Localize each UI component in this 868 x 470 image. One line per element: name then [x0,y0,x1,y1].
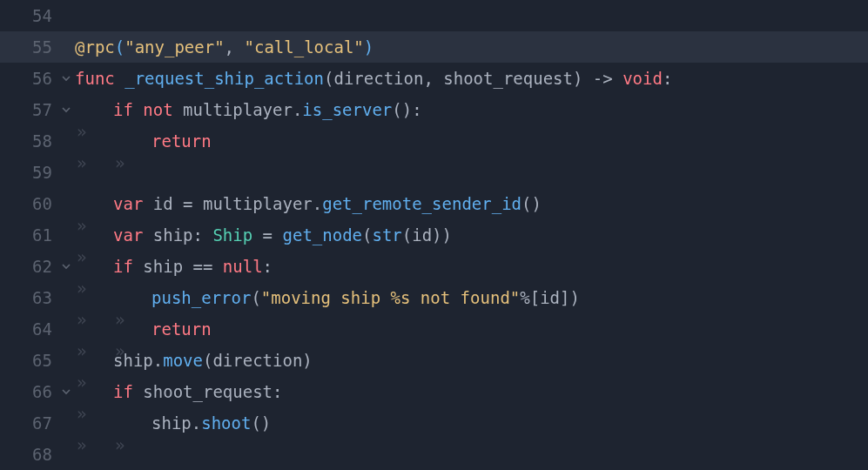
code-token: = [252,225,282,245]
code-line[interactable]: 61var ship: Ship = get_node(str(id)) [0,219,868,251]
code-token: _request_ship_action [124,69,324,88]
code-content[interactable]: if not multiplayer.is_server(): [75,94,422,125]
code-content[interactable]: func _request_ship_action(direction, sho… [75,63,672,94]
code-content[interactable]: if ship == null: [75,251,273,282]
code-content[interactable]: @rpc("any_peer", "call_local") [75,31,373,63]
line-number[interactable]: 56 [0,63,57,94]
code-token: ) [364,37,373,57]
code-token: null [223,257,263,276]
code-line[interactable]: 66if shoot_request: [0,376,868,407]
code-line[interactable]: 55@rpc("any_peer", "call_local") [0,31,868,63]
code-token: move [163,351,203,370]
code-line[interactable]: 63push_error("moving ship %s not found"%… [0,282,868,313]
code-content[interactable]: ship.shoot() [75,407,271,439]
code-token: () [521,194,542,213]
line-number[interactable]: 57 [0,94,57,125]
code-token: var [113,225,143,245]
code-token: func [75,69,115,88]
code-token: if [113,257,133,276]
code-token: multiplayer. [173,100,303,119]
code-content[interactable]: return [75,313,212,345]
code-token: ( [251,288,260,307]
line-number[interactable]: 59 [0,157,57,188]
code-token: ship. [151,413,201,433]
code-content[interactable]: var ship: Ship = get_node(str(id)) [75,219,452,251]
code-token [115,69,124,88]
code-token: if not [113,100,173,119]
code-token: : [663,69,672,88]
code-token: if [113,382,133,401]
line-number[interactable]: 65 [0,345,57,376]
code-token: return [151,319,212,339]
code-line[interactable]: 56func _request_ship_action(direction, s… [0,63,868,94]
code-token: void [622,69,663,88]
fold-toggle-icon[interactable] [57,73,75,84]
line-number[interactable]: 61 [0,219,57,251]
code-token: (id)) [402,225,452,245]
line-number[interactable]: 60 [0,188,57,219]
code-token: ( [362,225,372,245]
code-token: return [151,131,212,151]
code-line[interactable]: 57if not multiplayer.is_server(): [0,94,868,125]
code-token: "moving ship %s not found" [261,288,520,307]
code-line[interactable]: 59 [0,157,868,188]
code-content[interactable]: ship.move(direction) [75,345,313,376]
code-content[interactable]: return [75,125,212,157]
line-number[interactable]: 54 [0,0,57,31]
code-token: ship: [143,225,212,245]
fold-toggle-icon[interactable] [57,386,75,397]
code-line[interactable]: 64return [0,313,868,345]
code-token: () [251,413,271,433]
code-token: @rpc [75,37,115,57]
line-number[interactable]: 58 [0,125,57,157]
code-token: ship == [133,257,223,276]
code-token: shoot [201,413,251,433]
line-number[interactable]: 68 [0,439,57,470]
code-token: ( [115,37,124,57]
code-token: id = multiplayer. [143,194,322,213]
code-line[interactable]: 62if ship == null: [0,251,868,282]
code-token: is_server [302,100,392,119]
code-token: (): [392,100,421,119]
code-line[interactable]: 68 [0,439,868,470]
code-token: str [372,225,401,245]
fold-toggle-icon[interactable] [57,261,75,272]
line-number[interactable]: 62 [0,251,57,282]
line-number[interactable]: 63 [0,282,57,313]
code-content[interactable]: push_error("moving ship %s not found"%[i… [75,282,580,313]
code-token: "any_peer" [124,37,224,57]
code-token: var [113,194,143,213]
line-number[interactable]: 55 [0,31,57,63]
code-token: Ship [212,225,252,245]
code-content[interactable]: var id = multiplayer.get_remote_sender_i… [75,188,542,219]
line-number[interactable]: 66 [0,376,57,407]
code-token: get_node [283,225,363,245]
code-line[interactable]: 67ship.shoot() [0,407,868,439]
code-token: shoot_request: [133,382,283,401]
code-line[interactable]: 65ship.move(direction) [0,345,868,376]
code-editor[interactable]: 5455@rpc("any_peer", "call_local")56func… [0,0,868,470]
code-content[interactable]: if shoot_request: [75,376,282,407]
line-number[interactable]: 67 [0,407,57,439]
code-token: %[id]) [520,288,580,307]
code-token: (direction, shoot_request) -> [324,69,622,88]
code-token: push_error [151,288,251,307]
code-line[interactable]: 54 [0,0,868,31]
fold-toggle-icon[interactable] [57,104,75,115]
code-line[interactable]: 60var id = multiplayer.get_remote_sender… [0,188,868,219]
code-token: (direction) [203,351,313,370]
code-token: : [263,257,273,276]
code-token: "call_local" [245,37,364,57]
code-token: get_remote_sender_id [322,194,521,213]
code-token: , [225,37,245,57]
line-number[interactable]: 64 [0,313,57,345]
code-line[interactable]: 58return [0,125,868,157]
